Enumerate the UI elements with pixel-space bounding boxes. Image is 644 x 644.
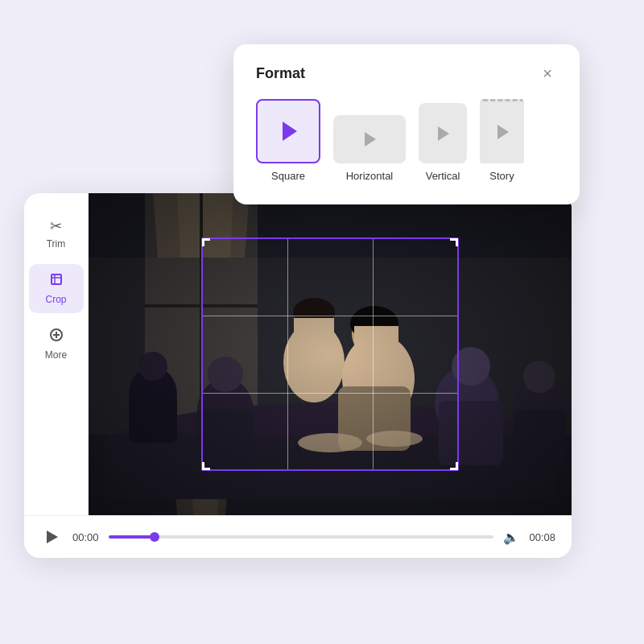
dialog-title: Format [256, 65, 305, 82]
crop-corner-tl[interactable] [202, 238, 210, 246]
crop-corner-tr[interactable] [450, 238, 458, 246]
format-thumb-story [480, 99, 524, 163]
dialog-header: Format × [256, 64, 557, 83]
crop-grid-h1 [203, 316, 457, 316]
crop-corner-br[interactable] [450, 462, 458, 470]
play-icon-square [283, 122, 297, 141]
format-option-story[interactable]: Story [480, 99, 524, 182]
sidebar-item-more[interactable]: More [29, 320, 84, 369]
crop-icon [49, 272, 64, 291]
play-icon-horizontal [365, 132, 376, 147]
format-option-horizontal[interactable]: Horizontal [333, 115, 406, 182]
sidebar-label-trim: Trim [47, 238, 66, 250]
play-button-icon [47, 530, 58, 543]
progress-thumb[interactable] [150, 532, 159, 542]
progress-fill [109, 535, 155, 539]
format-dialog: Format × Square Horizontal Vertical [233, 44, 580, 204]
end-time: 00:08 [529, 531, 555, 543]
crop-overlay[interactable] [201, 237, 459, 471]
sidebar-item-trim[interactable]: ✂ Trim [29, 209, 84, 258]
format-option-vertical[interactable]: Vertical [419, 103, 467, 182]
sidebar-item-crop[interactable]: Crop [29, 264, 84, 313]
format-label-square: Square [271, 170, 305, 182]
crop-corner-bl[interactable] [202, 462, 210, 470]
volume-icon[interactable]: 🔈 [503, 530, 519, 545]
close-button[interactable]: × [538, 64, 557, 83]
sidebar-label-crop: Crop [45, 294, 66, 305]
crop-grid-v1 [287, 239, 288, 469]
crop-grid-v2 [373, 239, 374, 469]
format-thumb-vertical [419, 103, 467, 163]
more-icon [49, 328, 64, 346]
sidebar-label-more: More [45, 349, 67, 361]
editor-body: ✂ Trim Crop [24, 193, 572, 515]
controls-bar: 00:00 🔈 00:08 [24, 515, 572, 558]
svg-rect-0 [52, 275, 61, 284]
format-thumb-square [256, 99, 320, 163]
format-label-horizontal: Horizontal [346, 170, 394, 182]
format-label-story: Story [489, 170, 514, 182]
sidebar: ✂ Trim Crop [24, 193, 89, 515]
format-options: Square Horizontal Vertical Story [256, 99, 557, 182]
current-time: 00:00 [72, 531, 99, 543]
format-option-square[interactable]: Square [256, 99, 320, 182]
crop-grid-h2 [203, 393, 457, 394]
video-area [89, 193, 572, 515]
format-thumb-horizontal [333, 115, 406, 163]
play-button[interactable] [40, 526, 63, 548]
trim-icon: ✂ [50, 217, 62, 235]
play-icon-story [497, 125, 509, 139]
video-editor: ✂ Trim Crop [24, 193, 572, 558]
play-icon-vertical [438, 126, 449, 141]
progress-bar[interactable] [109, 535, 494, 539]
format-label-vertical: Vertical [426, 170, 460, 182]
